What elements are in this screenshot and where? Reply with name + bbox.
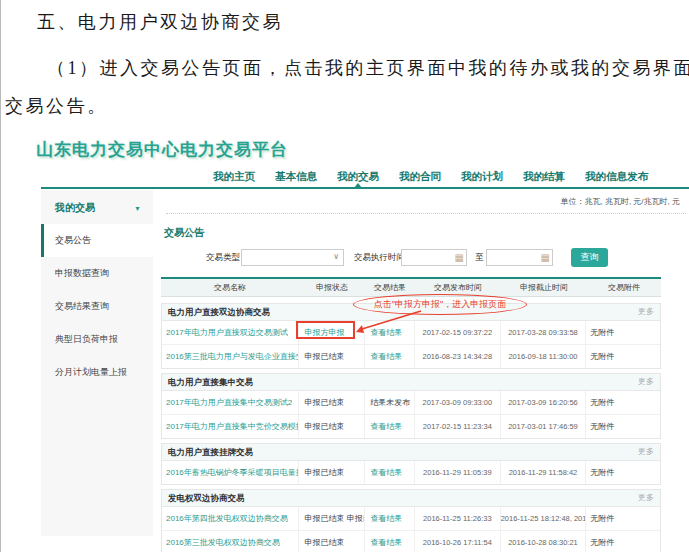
publish-time-cell: 2017-03-09 09:33:00 [415, 391, 501, 414]
sidebar-header-my-trades[interactable]: 我的交易 ▼ [41, 190, 153, 224]
trade-name-cell: 2017年电力用户直接集中竞价交易模拟测试 [162, 415, 299, 438]
nav-tab-my-settlement[interactable]: 我的结算 [523, 166, 565, 187]
nav-tab-my-info-publish[interactable]: 我的信息发布 [585, 166, 648, 187]
view-result-link[interactable]: 查看结果 [370, 514, 402, 523]
view-result-link[interactable]: 查看结果 [370, 352, 402, 361]
sidebar-item-declared-data-query[interactable]: 申报数据查询 [41, 257, 153, 290]
trade-name-link[interactable]: 2016第三批发电权双边协商交易 [166, 538, 280, 547]
sidebar-item-monthly-plan-report[interactable]: 分月计划电量上报 [41, 356, 153, 389]
section-title: 电力用户直接集中交易 [168, 374, 253, 390]
column-header-attachment: 交易附件 [587, 279, 661, 296]
section-header-row: 电力用户直接集中交易更多 [162, 374, 660, 391]
declare-status-text: 申报已结束 [304, 422, 344, 431]
deadline-cell: 2017-03-09 16:20:56 [501, 391, 587, 414]
more-link[interactable]: 更多 [638, 374, 654, 390]
declare-status-cell: 申报已结束 [299, 531, 365, 552]
paragraph-line-1: （1）进入交易公告页面，点击我的主页界面中我的待办或我的交易界面中 [47, 56, 689, 80]
chevron-down-icon: ▼ [134, 205, 141, 212]
column-header-declare-status: 申报状态 [299, 279, 365, 296]
annotation-text: 点击"申报方申报"，进入申报页面 [374, 299, 506, 309]
paragraph-line-2: 交易公告。 [5, 94, 108, 118]
table-row: 2016第三批电力用户与发电企业直接交易申报已结束查看结果2016-08-23 … [162, 345, 660, 368]
view-result-link[interactable]: 查看结果 [370, 538, 402, 547]
trade-name-link[interactable]: 2016年第四批发电权双边协商交易 [166, 514, 288, 523]
trade-result-cell: 查看结果 [365, 507, 415, 530]
trade-name-cell: 2017年电力用户直接双边交易测试 [162, 321, 299, 344]
trade-name-link[interactable]: 2017年电力用户直接集中交易测试2 [166, 398, 292, 407]
table-row: 2016年蓄热电锅炉冬季采暖项目电量挂牌交申报已结束查看结果2016-11-29… [162, 461, 660, 484]
nav-tab-basic-info[interactable]: 基本信息 [275, 166, 317, 187]
sidebar-header-label: 我的交易 [55, 201, 95, 215]
publish-time-cell: 2016-11-25 11:26:33 [415, 507, 501, 530]
view-result-link[interactable]: 查看结果 [370, 468, 402, 477]
table-row: 2017年电力用户直接双边交易测试申报方申报查看结果2017-02-15 09:… [162, 321, 660, 345]
page-title: 交易公告 [164, 226, 689, 240]
trade-name-cell: 2016年第四批发电权双边协商交易 [162, 507, 299, 530]
calendar-icon[interactable]: ▦ [455, 251, 464, 264]
attachment-cell: 无附件 [586, 415, 660, 438]
more-link[interactable]: 更多 [638, 304, 654, 320]
trade-result-cell: 查看结果 [365, 461, 415, 484]
trade-type-select[interactable]: ∨ [241, 249, 344, 266]
nav-tab-my-contracts[interactable]: 我的合同 [399, 166, 441, 187]
table-section: 电力用户直接集中交易更多2017年电力用户直接集中交易测试2申报已结束结果未发布… [161, 373, 661, 439]
declare-status-text: 申报已结束 [304, 468, 344, 477]
trade-result-cell: 查看结果 [365, 345, 415, 368]
publish-time-cell: 2016-08-23 14:34:28 [415, 345, 501, 368]
navbar-divider [41, 187, 689, 189]
deadline-cell: 2016-11-29 11:58:42 [501, 461, 587, 484]
declare-status-text: 申报已结束 [304, 398, 344, 407]
nav-tab-my-plans[interactable]: 我的计划 [461, 166, 503, 187]
trade-name-link[interactable]: 2016年蓄热电锅炉冬季采暖项目电量挂牌交 [166, 468, 299, 477]
publish-time-cell: 2017-02-15 09:37:22 [415, 321, 501, 344]
trade-name-cell: 2016第三批发电权双边协商交易 [162, 531, 299, 552]
sidebar-item-trade-announcement[interactable]: 交易公告 [41, 224, 153, 257]
section-title: 发电权双边协商交易 [168, 490, 245, 506]
sidebar-item-typical-daily-load[interactable]: 典型日负荷申报 [41, 323, 153, 356]
main-content: 单位：兆瓦, 兆瓦时, 元/兆瓦时, 元 交易公告 交易类型： ∨ 交易执行时间… [156, 190, 689, 552]
view-result-link[interactable]: 查看结果 [370, 328, 402, 337]
declare-status-cell: 申报已结束 [299, 391, 365, 414]
announcement-table: 交易名称 申报状态 交易结果 交易发布时间 申报截止时间 交易附件 电力用户直接… [161, 277, 661, 552]
trade-name-link[interactable]: 2016第三批电力用户与发电企业直接交易 [166, 352, 299, 361]
calendar-icon[interactable]: ▦ [541, 251, 550, 264]
exec-time-end-input[interactable]: ▦ [486, 249, 553, 266]
filter-bar: 交易类型： ∨ 交易执行时间： ▦ 至 ▦ 查询 [156, 248, 689, 272]
section-title: 电力用户直接挂牌交易 [168, 444, 253, 460]
exec-time-start-input[interactable]: ▦ [401, 249, 467, 266]
publish-time-cell: 2017-02-15 11:23:34 [415, 415, 501, 438]
section-title: 电力用户直接双边协商交易 [168, 304, 270, 320]
table-row: 2017年电力用户直接集中竞价交易模拟测试申报已结束查看结果2017-02-15… [162, 415, 660, 438]
attachment-cell: 无附件 [586, 461, 660, 484]
trade-name-cell: 2016第三批电力用户与发电企业直接交易 [162, 345, 299, 368]
sidebar-item-trade-result-query[interactable]: 交易结果查询 [41, 290, 153, 323]
trade-name-link[interactable]: 2017年电力用户直接集中竞价交易模拟测试 [166, 422, 299, 431]
attachment-cell: 无附件 [586, 345, 660, 368]
view-result-link[interactable]: 查看结果 [370, 422, 402, 431]
attachment-cell: 无附件 [586, 321, 660, 344]
section-heading: 五、电力用户双边协商交易 [37, 10, 283, 34]
section-header-row: 电力用户直接挂牌交易更多 [162, 444, 660, 461]
units-label: 单位：兆瓦, 兆瓦时, 元/兆瓦时, 元 [156, 196, 689, 207]
highlight-box [296, 321, 355, 339]
section-header-row: 发电权双边协商交易更多 [162, 490, 660, 507]
trade-result-cell: 查看结果 [365, 531, 415, 552]
deadline-cell: 2016-09-18 11:30:00 [501, 345, 587, 368]
deadline-cell: 2016-10-28 08:30:21 [501, 531, 587, 552]
search-button[interactable]: 查询 [571, 248, 608, 267]
column-header-trade-name: 交易名称 [161, 279, 299, 296]
publish-time-cell: 2016-10-26 17:11:54 [415, 531, 501, 552]
column-header-deadline: 申报截止时间 [501, 279, 587, 296]
attachment-cell: 无附件 [586, 507, 660, 530]
more-link[interactable]: 更多 [638, 444, 654, 460]
sidebar: 我的交易 ▼ 交易公告 申报数据查询 交易结果查询 典型日负荷申报 分月计划电量… [41, 190, 153, 536]
nav-tab-my-home[interactable]: 我的主页 [213, 166, 255, 187]
attachment-cell: 无附件 [586, 531, 660, 552]
more-link[interactable]: 更多 [638, 490, 654, 506]
nav-tab-my-trades[interactable]: 我的交易 [337, 166, 379, 187]
publish-time-cell: 2016-11-29 11:05:39 [415, 461, 501, 484]
table-row: 2016年第四批发电权双边协商交易申报已结束 申报已结束查看结果2016-11-… [162, 507, 660, 531]
dotted-divider [166, 213, 686, 214]
trade-name-link[interactable]: 2017年电力用户直接双边交易测试 [166, 328, 288, 337]
declare-status-text: 申报已结束 申报已结束 [304, 514, 365, 523]
